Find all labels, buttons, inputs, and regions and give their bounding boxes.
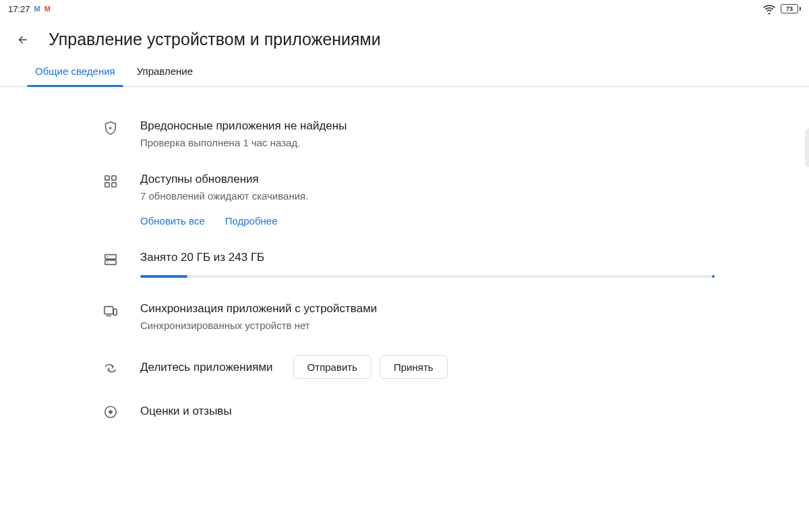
svg-rect-5	[105, 255, 117, 259]
share-title: Делитесь приложениями	[140, 361, 273, 374]
storage-title: Занято 20 ГБ из 243 ГБ	[140, 251, 715, 264]
storage-progress-fill	[140, 275, 187, 278]
ratings-title: Оценки и отзывы	[140, 405, 715, 418]
scroll-edge-indicator	[805, 128, 809, 167]
storage-icon	[101, 251, 120, 278]
svg-rect-2	[112, 176, 116, 180]
sync-title: Синхронизация приложений с устройствами	[140, 302, 715, 316]
svg-point-8	[107, 262, 109, 263]
gmail-icon: M	[34, 5, 40, 13]
protect-title: Вредоносные приложения не найдены	[140, 119, 715, 133]
update-all-button[interactable]: Обновить все	[140, 215, 205, 227]
battery-indicator: 73	[781, 4, 801, 13]
storage-progress-end	[712, 275, 715, 278]
share-send-button[interactable]: Отправить	[293, 355, 371, 379]
battery-percent-text: 73	[781, 4, 798, 13]
status-clock: 17:27	[8, 4, 30, 14]
sync-row[interactable]: Синхронизация приложений с устройствами …	[101, 290, 715, 343]
svg-rect-9	[104, 307, 113, 314]
updates-subtitle: 7 обновлений ожидают скачивания.	[140, 190, 715, 202]
svg-rect-6	[105, 260, 117, 264]
tab-manage[interactable]: Управление	[129, 56, 201, 86]
content: Вредоносные приложения не найдены Провер…	[0, 87, 715, 432]
ratings-row[interactable]: Оценки и отзывы	[101, 391, 715, 432]
svg-point-7	[107, 256, 109, 258]
devices-icon	[101, 302, 120, 331]
svg-rect-1	[105, 176, 109, 180]
app-bar: Управление устройством и приложениями	[0, 18, 809, 56]
updates-row[interactable]: Доступны обновления 7 обновлений ожидают…	[101, 160, 715, 239]
shield-icon	[101, 119, 120, 148]
share-receive-button[interactable]: Принять	[380, 355, 448, 379]
share-row: Делитесь приложениями Отправить Принять	[101, 343, 715, 391]
svg-rect-3	[105, 183, 109, 187]
back-button[interactable]	[13, 30, 32, 49]
star-badge-icon	[101, 403, 120, 419]
tabs: Общие сведения Управление	[0, 56, 809, 87]
apps-grid-icon	[101, 173, 120, 227]
updates-title: Доступны обновления	[140, 173, 715, 186]
updates-details-button[interactable]: Подробнее	[225, 215, 278, 227]
status-bar: 17:27 M M 73	[0, 0, 809, 18]
sync-subtitle: Синхронизированных устройств нет	[140, 320, 715, 331]
storage-progress	[140, 275, 715, 278]
protect-subtitle: Проверка выполнена 1 час назад.	[140, 137, 715, 148]
arrow-left-icon	[18, 32, 28, 47]
storage-row[interactable]: Занято 20 ГБ из 243 ГБ	[101, 239, 715, 290]
play-protect-row[interactable]: Вредоносные приложения не найдены Провер…	[101, 107, 715, 160]
wifi-icon	[762, 1, 777, 16]
tab-overview[interactable]: Общие сведения	[27, 56, 123, 86]
svg-rect-4	[112, 183, 116, 187]
gmail-icon: M	[44, 5, 51, 13]
page-title: Управление устройством и приложениями	[49, 30, 381, 49]
svg-rect-10	[114, 309, 117, 315]
nearby-share-icon	[101, 359, 120, 376]
